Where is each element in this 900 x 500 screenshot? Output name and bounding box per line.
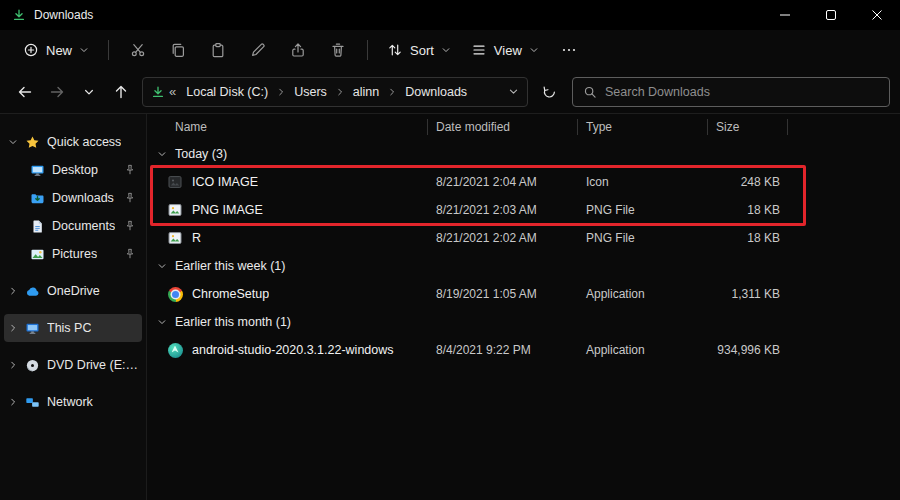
chevron-right-icon[interactable]	[8, 360, 18, 370]
column-header-date-modified[interactable]: Date modified	[428, 119, 578, 135]
chevron-down-icon	[83, 86, 95, 98]
chevron-down-icon	[441, 45, 451, 55]
network-icon	[25, 395, 40, 410]
sidebar-item-onedrive[interactable]: OneDrive	[4, 277, 142, 305]
file-date: 8/21/2021 2:04 AM	[428, 175, 578, 189]
search-input[interactable]	[605, 85, 879, 99]
file-row-android-studio[interactable]: android-studio-2020.3.1.22-windows 8/4/2…	[147, 336, 900, 364]
file-date: 8/21/2021 2:03 AM	[428, 203, 578, 217]
file-size: 18 KB	[708, 231, 788, 245]
column-header-size[interactable]: Size	[708, 119, 788, 135]
titlebar: Downloads	[0, 0, 900, 30]
sort-arrows-icon	[387, 42, 403, 58]
sidebar-item-label: Network	[47, 395, 93, 409]
minimize-button[interactable]	[762, 0, 808, 30]
copy-icon	[170, 42, 186, 58]
breadcrumb-local-disk[interactable]: Local Disk (C:)	[180, 82, 274, 102]
breadcrumb-overflow-icon[interactable]: «	[167, 84, 178, 99]
file-name: ChromeSetup	[192, 287, 269, 301]
maximize-button[interactable]	[808, 0, 854, 30]
view-button[interactable]: View	[462, 35, 548, 65]
sidebar-item-network[interactable]: Network	[4, 388, 142, 416]
rename-button[interactable]	[239, 34, 277, 66]
chevron-right-icon	[335, 87, 345, 97]
sidebar-item-downloads[interactable]: Downloads	[4, 184, 142, 212]
onedrive-cloud-icon	[25, 284, 40, 299]
sidebar-item-pictures[interactable]: Pictures	[4, 240, 142, 268]
sidebar-item-desktop[interactable]: Desktop	[4, 156, 142, 184]
group-header-earlier-this-month[interactable]: Earlier this month (1)	[147, 308, 900, 336]
file-size: 18 KB	[708, 203, 788, 217]
desktop-icon	[30, 163, 45, 178]
chevron-down-icon	[529, 45, 539, 55]
file-date: 8/21/2021 2:02 AM	[428, 231, 578, 245]
sidebar-item-this-pc[interactable]: This PC	[4, 314, 142, 342]
file-type: Application	[578, 343, 708, 357]
breadcrumb-users[interactable]: Users	[288, 82, 333, 102]
file-row-png-image[interactable]: PNG IMAGE 8/21/2021 2:03 AM PNG File 18 …	[147, 196, 900, 224]
toolbar-separator	[367, 40, 368, 60]
sort-button-label: Sort	[410, 43, 434, 58]
see-more-button[interactable]	[550, 34, 588, 66]
chevron-down-icon	[79, 45, 89, 55]
file-type: PNG File	[578, 203, 708, 217]
file-row-r[interactable]: R 8/21/2021 2:02 AM PNG File 18 KB	[147, 224, 900, 252]
copy-button[interactable]	[159, 34, 197, 66]
sidebar-item-label: OneDrive	[47, 284, 100, 298]
new-button-label: New	[46, 43, 72, 58]
documents-icon	[30, 219, 45, 234]
sort-button[interactable]: Sort	[378, 35, 460, 65]
chevron-down-icon[interactable]	[157, 317, 167, 327]
png-file-icon	[167, 202, 183, 218]
cut-button[interactable]	[119, 34, 157, 66]
forward-button[interactable]	[42, 77, 72, 107]
chevron-right-icon[interactable]	[8, 397, 18, 407]
back-button[interactable]	[10, 77, 40, 107]
android-studio-app-icon	[167, 342, 183, 358]
file-type: PNG File	[578, 231, 708, 245]
chevron-down-icon[interactable]	[157, 261, 167, 271]
command-toolbar: New Sort	[0, 30, 900, 70]
share-button[interactable]	[279, 34, 317, 66]
chevron-down-icon[interactable]	[8, 137, 18, 147]
refresh-button[interactable]	[534, 77, 564, 107]
group-header-earlier-this-week[interactable]: Earlier this week (1)	[147, 252, 900, 280]
dvd-disc-icon	[25, 358, 40, 373]
chevron-right-icon[interactable]	[8, 286, 18, 296]
column-header-name[interactable]: Name	[147, 119, 428, 135]
file-date: 8/19/2021 1:05 AM	[428, 287, 578, 301]
delete-button[interactable]	[319, 34, 357, 66]
chevron-down-icon[interactable]	[157, 149, 167, 159]
plus-circle-icon	[23, 42, 39, 58]
breadcrumb-downloads[interactable]: Downloads	[399, 82, 473, 102]
downloads-folder-icon	[12, 8, 26, 22]
sidebar-item-quick-access[interactable]: Quick access	[4, 128, 142, 156]
recent-locations-button[interactable]	[74, 77, 104, 107]
chrome-app-icon	[167, 286, 183, 302]
breadcrumb-alinn[interactable]: alinn	[347, 82, 385, 102]
star-icon	[25, 135, 40, 150]
paste-button[interactable]	[199, 34, 237, 66]
close-button[interactable]	[854, 0, 900, 30]
arrow-up-icon	[113, 84, 129, 100]
address-dropdown-icon[interactable]	[508, 86, 519, 97]
chevron-right-icon[interactable]	[8, 323, 18, 333]
chevron-right-icon	[276, 87, 286, 97]
group-header-today[interactable]: Today (3)	[147, 140, 900, 168]
column-headers: Name Date modified Type Size	[147, 114, 900, 140]
sidebar-item-dvd-drive[interactable]: DVD Drive (E:) ESD-	[4, 351, 142, 379]
file-row-chromesetup[interactable]: ChromeSetup 8/19/2021 1:05 AM Applicatio…	[147, 280, 900, 308]
new-button[interactable]: New	[14, 35, 98, 65]
column-header-type[interactable]: Type	[578, 119, 708, 135]
file-type: Icon	[578, 175, 708, 189]
arrow-right-icon	[49, 84, 65, 100]
sidebar-item-label: DVD Drive (E:) ESD-	[47, 358, 142, 372]
file-row-ico-image[interactable]: ICO IMAGE 8/21/2021 2:04 AM Icon 248 KB	[147, 168, 900, 196]
file-size: 1,311 KB	[708, 287, 788, 301]
view-button-label: View	[494, 43, 522, 58]
sidebar-item-documents[interactable]: Documents	[4, 212, 142, 240]
window-title: Downloads	[34, 8, 93, 22]
up-button[interactable]	[106, 77, 136, 107]
sidebar: Quick access Desktop Downloads	[0, 114, 147, 500]
address-bar[interactable]: « Local Disk (C:) Users alinn Downloads	[142, 77, 528, 107]
